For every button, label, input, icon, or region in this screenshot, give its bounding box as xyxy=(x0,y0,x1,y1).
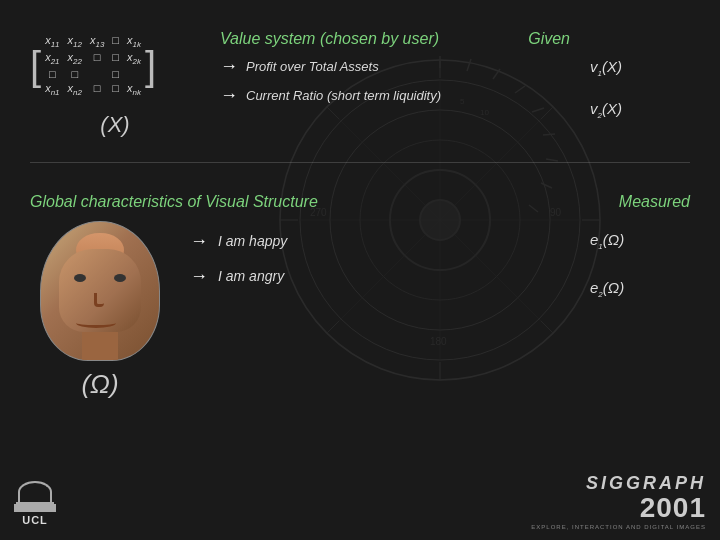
value-system-area: Value system (chosen by user) Given → Pr… xyxy=(220,30,570,106)
angry-row: → I am angry xyxy=(190,266,570,287)
global-characteristics-label: Global characteristics of Visual Structu… xyxy=(30,193,318,211)
top-section: [ x11 x12 x13 □ x1k x21 x22 □ □ x2k □ □ … xyxy=(0,0,720,138)
matrix-cell-n1: xn1 xyxy=(45,82,59,97)
angry-label: I am angry xyxy=(218,268,284,284)
face-3d-model xyxy=(40,221,160,361)
right-e-formulas: e1(Ω) e2(Ω) xyxy=(590,221,690,299)
matrix-grid: x11 x12 x13 □ x1k x21 x22 □ □ x2k □ □ □ … xyxy=(43,30,143,102)
separator-line xyxy=(30,162,690,163)
eye-right xyxy=(114,274,126,282)
matrix-cell-14: □ xyxy=(112,34,119,49)
matrix-cell-24: □ xyxy=(112,51,119,66)
nose xyxy=(94,293,104,307)
matrix-cell-12: x12 xyxy=(68,34,82,49)
face-features xyxy=(41,222,159,360)
happy-label: I am happy xyxy=(218,233,287,249)
matrix-cell-n4: □ xyxy=(112,82,119,97)
x-paren-label: (X) xyxy=(100,112,129,137)
matrix-cell-n3: □ xyxy=(90,82,104,97)
face-area: (Ω) xyxy=(30,221,170,400)
profit-label: Profit over Total Assets xyxy=(246,59,379,74)
eye-left xyxy=(74,274,86,282)
profit-row: → Profit over Total Assets xyxy=(220,56,570,77)
matrix-cell-31: □ xyxy=(45,68,59,80)
matrix-area: [ x11 x12 x13 □ x1k x21 x22 □ □ x2k □ □ … xyxy=(30,30,200,138)
profit-arrow-icon: → xyxy=(220,56,238,77)
omega-label: (Ω) xyxy=(81,369,118,400)
bottom-section: (Ω) → I am happy → I am angry e1(Ω) e2(Ω… xyxy=(0,211,720,400)
v2-formula: v2(X) xyxy=(590,100,690,120)
left-bracket: [ xyxy=(30,46,41,86)
matrix-cell-11: x11 xyxy=(45,34,59,49)
value-system-header-row: Value system (chosen by user) Given xyxy=(220,30,570,48)
right-bracket: ] xyxy=(145,46,156,86)
value-system-title: Value system (chosen by user) xyxy=(220,30,439,48)
measured-label: Measured xyxy=(619,193,690,211)
given-label: Given xyxy=(528,30,570,48)
emotions-area: → I am happy → I am angry xyxy=(190,221,570,287)
e1-formula: e1(Ω) xyxy=(590,231,690,251)
matrix-cell-13: x13 xyxy=(90,34,104,49)
omega-text: (Ω) xyxy=(81,369,118,399)
happy-arrow-icon: → xyxy=(190,231,208,252)
current-ratio-arrow-icon: → xyxy=(220,85,238,106)
v1-formula: v1(X) xyxy=(590,58,690,78)
e2-formula: e2(Ω) xyxy=(590,279,690,299)
matrix-cell-n2: xn2 xyxy=(68,82,82,97)
current-ratio-label: Current Ratio (short term liquidity) xyxy=(246,88,441,103)
middle-section: Global characteristics of Visual Structu… xyxy=(0,173,720,211)
angry-arrow-icon: → xyxy=(190,266,208,287)
matrix-cell-23: □ xyxy=(90,51,104,66)
right-v-formulas: v1(X) v2(X) xyxy=(590,30,690,120)
matrix-cell-21: x21 xyxy=(45,51,59,66)
matrix-cell-3k xyxy=(127,68,141,80)
happy-row: → I am happy xyxy=(190,231,570,252)
matrix-cell-22: x22 xyxy=(68,51,82,66)
matrix-x-label: (X) xyxy=(30,112,200,138)
matrix-cell-34: □ xyxy=(112,68,119,80)
matrix-cell-1k: x1k xyxy=(127,34,141,49)
current-ratio-row: → Current Ratio (short term liquidity) xyxy=(220,85,570,106)
matrix-cell-2k: x2k xyxy=(127,51,141,66)
matrix-cell-nk: xnk xyxy=(127,82,141,97)
matrix-cell-32: □ xyxy=(68,68,82,80)
main-content: [ x11 x12 x13 □ x1k x21 x22 □ □ x2k □ □ … xyxy=(0,0,720,540)
matrix-bracket-wrap: [ x11 x12 x13 □ x1k x21 x22 □ □ x2k □ □ … xyxy=(30,30,156,102)
matrix-cell-33 xyxy=(90,68,104,80)
